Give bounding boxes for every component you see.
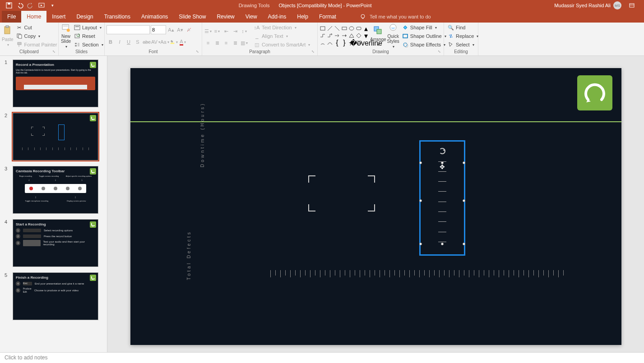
shape-oval-icon[interactable] xyxy=(348,25,355,32)
font-name-input[interactable] xyxy=(107,25,150,34)
shape-line-icon[interactable] xyxy=(327,25,333,32)
paragraph-launcher-icon[interactable]: ⤡ xyxy=(311,50,315,54)
shape-scroll-down-icon[interactable]: ▾ xyxy=(363,32,369,39)
resize-handle[interactable] xyxy=(463,243,465,245)
line-spacing-button[interactable]: ↕▾ xyxy=(240,27,248,35)
shape-arc-icon[interactable] xyxy=(320,40,326,46)
columns-button[interactable]: ▥▾ xyxy=(240,39,248,47)
find-button[interactable]: 🔍Find xyxy=(446,23,480,32)
tab-view[interactable]: View xyxy=(240,11,263,23)
strikethrough-button[interactable]: abc xyxy=(143,38,151,46)
thumb-row-4[interactable]: 4 Start a Recording 1Select recording op… xyxy=(5,219,102,267)
shape-arrow2-icon[interactable] xyxy=(341,32,347,39)
resize-handle[interactable] xyxy=(441,243,444,245)
reset-button[interactable]: Reset xyxy=(72,32,105,40)
slide-thumb-1[interactable]: Record a Presentation Use the Camtasia A… xyxy=(13,60,98,107)
paste-button[interactable]: Paste ▾ xyxy=(2,23,14,49)
slide-canvas[interactable]: Downtime (Hours) Total Defects ✥ xyxy=(130,68,621,345)
undo-icon[interactable] xyxy=(16,2,23,9)
slide-thumbnails-panel[interactable]: 1 Record a Presentation Use the Camtasia… xyxy=(0,56,107,352)
thumb-row-5[interactable]: 5 Finish a Recording 4EscEnd your presen… xyxy=(5,272,102,320)
char-spacing-button[interactable]: AV▾ xyxy=(152,38,160,46)
convert-smartart-button[interactable]: ◫Convert to SmartArt▾ xyxy=(252,41,312,49)
text-direction-button[interactable]: ↕AText Direction▾ xyxy=(252,23,312,32)
tab-help[interactable]: Help xyxy=(292,11,314,23)
quick-styles-button[interactable]: Quick Styles▾ xyxy=(387,23,399,49)
thumb-row-1[interactable]: 1 Record a Presentation Use the Camtasia… xyxy=(5,60,102,107)
tab-slideshow[interactable]: Slide Show xyxy=(173,11,211,23)
slide-thumb-2[interactable] xyxy=(13,113,98,161)
highlight-button[interactable]: ▾ xyxy=(170,38,178,46)
font-launcher-icon[interactable]: ⤡ xyxy=(196,50,199,54)
bold-button[interactable]: B xyxy=(107,38,115,46)
clear-formatting-icon[interactable]: A xyxy=(185,26,193,34)
slide-thumb-5[interactable]: Finish a Recording 4EscEnd your presenta… xyxy=(13,272,98,320)
tab-animations[interactable]: Animations xyxy=(136,11,173,23)
drawing-launcher-icon[interactable]: ⤡ xyxy=(438,50,441,54)
save-icon[interactable] xyxy=(5,2,13,9)
font-size-input[interactable] xyxy=(151,25,166,34)
align-center-button[interactable]: ≣ xyxy=(213,39,221,47)
resize-handle[interactable] xyxy=(419,243,422,245)
align-left-button[interactable]: ≡ xyxy=(204,39,212,47)
copy-button[interactable]: Copy▾ xyxy=(14,32,59,40)
thumb-row-3[interactable]: 3 Camtasia Recording Toolbar Begin recor… xyxy=(5,166,102,214)
layout-button[interactable]: Layout▾ xyxy=(72,23,105,32)
tab-addins[interactable]: Add-ins xyxy=(263,11,292,23)
numbering-button[interactable]: ≡▾ xyxy=(213,27,221,35)
notes-pane[interactable]: Click to add notes xyxy=(0,352,644,363)
replace-button[interactable]: Replace▾ xyxy=(446,32,480,40)
shape-line2-icon[interactable] xyxy=(334,25,340,32)
resize-handle[interactable] xyxy=(441,161,444,164)
shape-triangle-icon[interactable] xyxy=(348,32,355,39)
shapes-gallery[interactable]: ▴ ▾ { } ☆ �overline xyxy=(320,23,369,46)
align-right-button[interactable]: ≡ xyxy=(222,39,230,47)
bullets-button[interactable]: ☰▾ xyxy=(204,27,212,35)
shape-diamond-icon[interactable] xyxy=(356,32,362,39)
clipboard-launcher-icon[interactable]: ⤡ xyxy=(52,50,56,54)
increase-font-icon[interactable]: A▴ xyxy=(167,26,175,34)
shape-more-icon[interactable]: �overline xyxy=(363,40,369,46)
start-from-beginning-icon[interactable] xyxy=(38,2,45,9)
thumb-row-2[interactable]: 2 xyxy=(5,113,102,161)
decrease-font-icon[interactable]: A▾ xyxy=(176,26,184,34)
qat-customize-icon[interactable]: ▾ xyxy=(49,2,56,9)
shape-connector2-icon[interactable] xyxy=(327,32,333,39)
justify-button[interactable]: ≣ xyxy=(231,39,239,47)
arrange-button[interactable]: Arrange▾ xyxy=(370,23,386,49)
change-case-button[interactable]: Aa▾ xyxy=(161,38,169,46)
tab-transitions[interactable]: Transitions xyxy=(99,11,136,23)
shape-effects-button[interactable]: Shape Effects▾ xyxy=(400,41,448,49)
cut-button[interactable]: ✂Cut xyxy=(14,23,59,32)
shape-brace-r-icon[interactable]: } xyxy=(341,40,347,46)
underline-button[interactable]: U xyxy=(125,38,133,46)
shape-curve-icon[interactable] xyxy=(327,40,333,46)
increase-indent-button[interactable]: ⇥ xyxy=(231,27,239,35)
shape-rect2-icon[interactable] xyxy=(341,25,347,32)
shape-arrow-icon[interactable] xyxy=(334,32,340,39)
shadow-button[interactable]: S xyxy=(134,38,142,46)
selected-shape[interactable]: ✥ xyxy=(419,140,465,256)
font-color-button[interactable]: A▾ xyxy=(179,38,187,46)
ribbon-display-options-icon[interactable] xyxy=(629,2,635,9)
crop-placeholder[interactable] xyxy=(308,175,375,211)
slide-thumb-4[interactable]: Start a Recording 1Select recording opti… xyxy=(13,219,98,267)
rotate-handle-icon[interactable] xyxy=(439,148,445,154)
shape-brace-l-icon[interactable]: { xyxy=(334,40,340,46)
shape-connector-icon[interactable] xyxy=(320,32,326,39)
tab-insert[interactable]: Insert xyxy=(46,11,71,23)
decrease-indent-button[interactable]: ⇤ xyxy=(222,27,230,35)
shape-fill-button[interactable]: Shape Fill▾ xyxy=(400,23,448,32)
shape-outline-button[interactable]: Shape Outline▾ xyxy=(400,32,448,40)
shape-roundrect-icon[interactable] xyxy=(356,25,362,32)
tab-file[interactable]: File xyxy=(2,11,21,23)
align-text-button[interactable]: ⎯Align Text▾ xyxy=(252,32,312,40)
shape-rect-icon[interactable] xyxy=(320,25,326,32)
shape-scroll-up-icon[interactable]: ▴ xyxy=(363,25,369,32)
tell-me-search[interactable]: Tell me what you want to do xyxy=(360,11,431,23)
resize-handle[interactable] xyxy=(419,199,422,202)
user-avatar[interactable]: MS xyxy=(613,1,621,9)
select-button[interactable]: Select▾ xyxy=(446,41,480,49)
tab-home[interactable]: Home xyxy=(21,11,46,23)
resize-handle[interactable] xyxy=(463,161,465,164)
